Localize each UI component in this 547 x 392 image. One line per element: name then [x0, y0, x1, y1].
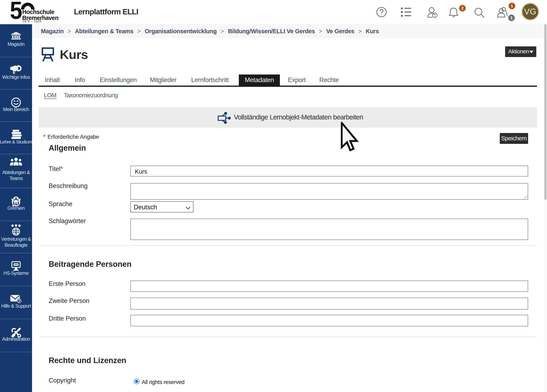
- svg-text:?: ?: [18, 299, 20, 303]
